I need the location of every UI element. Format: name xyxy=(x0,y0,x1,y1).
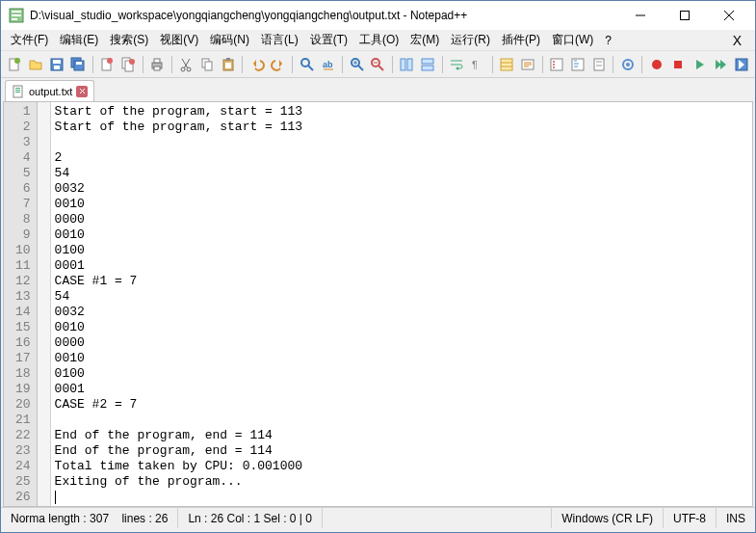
svg-rect-31 xyxy=(226,58,230,61)
editor[interactable]: 1234567891011121314151617181920212223242… xyxy=(3,101,753,507)
sync-v-button[interactable] xyxy=(397,54,417,75)
menu-language[interactable]: 语言(L) xyxy=(255,30,304,50)
redo-button[interactable] xyxy=(268,54,288,75)
function-list-button[interactable] xyxy=(547,54,567,75)
menu-view[interactable]: 视图(V) xyxy=(154,30,204,50)
menu-settings[interactable]: 设置(T) xyxy=(304,30,353,50)
open-file-button[interactable] xyxy=(26,54,46,75)
folder-tree-button[interactable] xyxy=(567,54,587,75)
menu-macro[interactable]: 宏(M) xyxy=(404,30,445,50)
svg-point-26 xyxy=(181,67,185,71)
line-number: 13 xyxy=(15,289,31,305)
svg-point-53 xyxy=(553,61,555,63)
svg-rect-45 xyxy=(422,59,433,64)
line-number: 14 xyxy=(15,305,31,320)
svg-rect-3 xyxy=(12,18,17,20)
record-macro-button[interactable] xyxy=(646,54,666,75)
svg-rect-56 xyxy=(572,59,584,70)
editor-line: CASE #1 = 7 xyxy=(55,274,748,289)
svg-rect-52 xyxy=(551,59,562,70)
zoom-out-button[interactable] xyxy=(368,54,388,75)
menu-tools[interactable]: 工具(O) xyxy=(353,30,404,50)
new-file-button[interactable] xyxy=(5,54,25,75)
line-number: 15 xyxy=(15,320,31,335)
doc-map-button[interactable] xyxy=(588,54,609,75)
editor-line: 0100 xyxy=(55,243,748,258)
play-macro-button[interactable] xyxy=(689,54,709,75)
copy-button[interactable] xyxy=(196,54,217,75)
menu-help[interactable]: ? xyxy=(599,32,617,49)
minimize-button[interactable] xyxy=(618,1,663,30)
menu-window[interactable]: 窗口(W) xyxy=(546,30,599,50)
maximize-button[interactable] xyxy=(663,1,707,30)
cut-button[interactable] xyxy=(176,54,196,75)
menu-file[interactable]: 文件(F) xyxy=(5,30,54,50)
line-number: 3 xyxy=(15,135,31,150)
menu-encoding[interactable]: 编码(N) xyxy=(204,30,255,50)
svg-line-39 xyxy=(358,66,363,70)
zoom-in-button[interactable] xyxy=(347,54,367,75)
line-number: 25 xyxy=(15,474,31,490)
menu-close-x[interactable]: X xyxy=(723,33,751,48)
editor-line: Total time taken by CPU: 0.001000 xyxy=(55,459,748,474)
find-button[interactable] xyxy=(297,54,317,75)
line-number: 17 xyxy=(15,351,31,366)
replace-button[interactable]: ab xyxy=(318,54,338,75)
sync-h-button[interactable] xyxy=(418,54,438,75)
play-multi-button[interactable] xyxy=(710,54,730,75)
save-all-button[interactable] xyxy=(68,54,89,75)
line-number: 2 xyxy=(15,120,31,135)
editor-line: 54 xyxy=(55,166,748,181)
status-position: Ln : 26 Col : 1 Sel : 0 | 0 xyxy=(178,508,323,528)
wrap-button[interactable] xyxy=(447,54,467,75)
svg-rect-67 xyxy=(15,90,20,91)
svg-rect-44 xyxy=(407,59,412,70)
line-number: 10 xyxy=(15,243,31,258)
line-number: 22 xyxy=(15,428,31,443)
editor-line: 0100 xyxy=(55,366,748,382)
monitor-button[interactable] xyxy=(617,54,638,75)
svg-point-54 xyxy=(553,64,555,66)
close-button[interactable] xyxy=(707,1,751,30)
line-number: 11 xyxy=(15,258,31,274)
svg-rect-59 xyxy=(596,65,602,67)
editor-content[interactable]: Start of the program, start = 113Start o… xyxy=(51,102,752,506)
file-tab[interactable]: output.txt xyxy=(5,80,94,101)
line-number: 12 xyxy=(15,274,31,289)
menu-plugins[interactable]: 插件(P) xyxy=(496,30,546,50)
svg-rect-15 xyxy=(76,62,82,65)
editor-line: 0010 xyxy=(55,227,748,243)
print-button[interactable] xyxy=(147,54,168,75)
editor-line: End of the program, end = 114 xyxy=(55,443,748,459)
svg-point-55 xyxy=(553,67,555,68)
svg-point-9 xyxy=(14,58,20,64)
stop-macro-button[interactable] xyxy=(667,54,688,75)
close-file-button[interactable] xyxy=(97,54,117,75)
undo-button[interactable] xyxy=(247,54,267,75)
status-encoding: UTF-8 xyxy=(664,508,717,528)
editor-line: Start of the program, start = 113 xyxy=(55,104,748,120)
editor-line: 2 xyxy=(55,150,748,166)
menu-run[interactable]: 运行(R) xyxy=(445,30,496,50)
lang-button[interactable] xyxy=(518,54,538,75)
svg-rect-48 xyxy=(501,59,512,70)
svg-point-20 xyxy=(129,59,135,65)
svg-rect-58 xyxy=(596,61,602,63)
tab-close-button[interactable] xyxy=(76,86,88,97)
show-all-chars-button[interactable]: ¶ xyxy=(468,54,488,75)
window-title: D:\visual_studio_workspace\yongqiangchen… xyxy=(30,9,618,22)
svg-text:ab: ab xyxy=(323,60,333,69)
line-gutter: 1234567891011121314151617181920212223242… xyxy=(4,102,38,506)
line-number: 4 xyxy=(15,150,31,166)
svg-point-61 xyxy=(626,63,630,67)
tabbar: output.txt xyxy=(1,78,755,101)
save-button[interactable] xyxy=(47,54,67,75)
editor-line: 0032 xyxy=(55,305,748,320)
save-macro-button[interactable] xyxy=(731,54,751,75)
menu-edit[interactable]: 编辑(E) xyxy=(54,30,104,50)
close-all-button[interactable] xyxy=(118,54,139,75)
menu-search[interactable]: 搜索(S) xyxy=(104,30,154,50)
paste-button[interactable] xyxy=(218,54,238,75)
indent-guide-button[interactable] xyxy=(497,54,517,75)
line-number: 7 xyxy=(15,197,31,212)
